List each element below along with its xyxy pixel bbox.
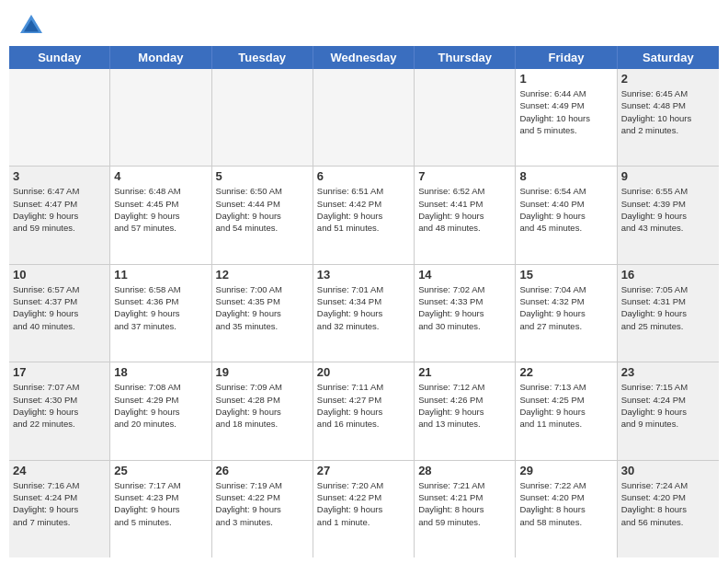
day-number: 21 bbox=[418, 365, 511, 379]
calendar-cell-2-4: 14Sunrise: 7:02 AM Sunset: 4:33 PM Dayli… bbox=[415, 265, 516, 362]
day-number: 18 bbox=[114, 365, 207, 379]
page: SundayMondayTuesdayWednesdayThursdayFrid… bbox=[0, 0, 728, 563]
day-number: 7 bbox=[418, 169, 511, 183]
calendar-cell-1-4: 7Sunrise: 6:52 AM Sunset: 4:41 PM Daylig… bbox=[415, 167, 516, 263]
calendar-row-3: 17Sunrise: 7:07 AM Sunset: 4:30 PM Dayli… bbox=[9, 362, 719, 460]
day-info: Sunrise: 6:58 AM Sunset: 4:36 PM Dayligh… bbox=[114, 283, 207, 332]
calendar-cell-3-6: 23Sunrise: 7:15 AM Sunset: 4:24 PM Dayli… bbox=[618, 362, 719, 459]
day-number: 29 bbox=[519, 464, 612, 477]
day-info: Sunrise: 6:54 AM Sunset: 4:40 PM Dayligh… bbox=[519, 185, 612, 234]
calendar-cell-3-3: 20Sunrise: 7:11 AM Sunset: 4:27 PM Dayli… bbox=[313, 362, 415, 459]
day-number: 13 bbox=[317, 268, 410, 282]
day-number: 9 bbox=[621, 169, 715, 183]
calendar-cell-0-1 bbox=[110, 69, 211, 166]
day-number: 15 bbox=[519, 268, 612, 282]
calendar-cell-4-5: 29Sunrise: 7:22 AM Sunset: 4:20 PM Dayli… bbox=[516, 461, 617, 557]
weekday-header-thursday: Thursday bbox=[415, 46, 516, 69]
day-info: Sunrise: 7:09 AM Sunset: 4:28 PM Dayligh… bbox=[216, 381, 309, 430]
day-number: 11 bbox=[114, 268, 207, 282]
calendar-cell-1-6: 9Sunrise: 6:55 AM Sunset: 4:39 PM Daylig… bbox=[618, 167, 719, 263]
calendar-row-0: 1Sunrise: 6:44 AM Sunset: 4:49 PM Daylig… bbox=[9, 69, 719, 167]
day-number: 8 bbox=[519, 169, 612, 183]
calendar-cell-3-2: 19Sunrise: 7:09 AM Sunset: 4:28 PM Dayli… bbox=[212, 362, 313, 459]
day-info: Sunrise: 7:08 AM Sunset: 4:29 PM Dayligh… bbox=[114, 381, 207, 430]
day-number: 30 bbox=[621, 464, 715, 477]
day-info: Sunrise: 7:19 AM Sunset: 4:22 PM Dayligh… bbox=[216, 479, 309, 528]
day-info: Sunrise: 6:57 AM Sunset: 4:37 PM Dayligh… bbox=[13, 283, 106, 332]
calendar-cell-0-6: 2Sunrise: 6:45 AM Sunset: 4:48 PM Daylig… bbox=[618, 69, 719, 166]
day-number: 3 bbox=[13, 169, 106, 183]
day-number: 14 bbox=[418, 268, 511, 282]
calendar-cell-1-1: 4Sunrise: 6:48 AM Sunset: 4:45 PM Daylig… bbox=[110, 167, 211, 263]
calendar-cell-2-6: 16Sunrise: 7:05 AM Sunset: 4:31 PM Dayli… bbox=[618, 265, 719, 362]
day-info: Sunrise: 7:12 AM Sunset: 4:26 PM Dayligh… bbox=[418, 381, 511, 430]
day-number: 28 bbox=[418, 464, 511, 477]
calendar-row-2: 10Sunrise: 6:57 AM Sunset: 4:37 PM Dayli… bbox=[9, 265, 719, 362]
calendar-cell-1-3: 6Sunrise: 6:51 AM Sunset: 4:42 PM Daylig… bbox=[313, 167, 415, 263]
calendar-cell-2-5: 15Sunrise: 7:04 AM Sunset: 4:32 PM Dayli… bbox=[516, 265, 617, 362]
day-number: 12 bbox=[216, 268, 309, 282]
day-info: Sunrise: 7:01 AM Sunset: 4:34 PM Dayligh… bbox=[317, 283, 410, 332]
calendar-cell-3-4: 21Sunrise: 7:12 AM Sunset: 4:26 PM Dayli… bbox=[415, 362, 516, 459]
day-number: 10 bbox=[13, 268, 106, 282]
day-info: Sunrise: 6:44 AM Sunset: 4:49 PM Dayligh… bbox=[519, 87, 612, 136]
weekday-header-monday: Monday bbox=[110, 46, 211, 69]
day-number: 5 bbox=[216, 169, 309, 183]
calendar-cell-2-3: 13Sunrise: 7:01 AM Sunset: 4:34 PM Dayli… bbox=[313, 265, 415, 362]
calendar-cell-4-6: 30Sunrise: 7:24 AM Sunset: 4:20 PM Dayli… bbox=[618, 461, 719, 557]
calendar: SundayMondayTuesdayWednesdayThursdayFrid… bbox=[0, 46, 728, 563]
header bbox=[0, 0, 728, 46]
weekday-header-sunday: Sunday bbox=[9, 46, 110, 69]
calendar-cell-1-5: 8Sunrise: 6:54 AM Sunset: 4:40 PM Daylig… bbox=[516, 167, 617, 263]
day-info: Sunrise: 7:11 AM Sunset: 4:27 PM Dayligh… bbox=[317, 381, 410, 430]
day-info: Sunrise: 7:22 AM Sunset: 4:20 PM Dayligh… bbox=[519, 479, 612, 528]
weekday-header-friday: Friday bbox=[516, 46, 617, 69]
day-info: Sunrise: 7:24 AM Sunset: 4:20 PM Dayligh… bbox=[621, 479, 715, 528]
day-number: 23 bbox=[621, 365, 715, 379]
day-info: Sunrise: 7:07 AM Sunset: 4:30 PM Dayligh… bbox=[13, 381, 106, 430]
day-number: 4 bbox=[114, 169, 207, 183]
day-info: Sunrise: 7:04 AM Sunset: 4:32 PM Dayligh… bbox=[519, 283, 612, 332]
weekday-header-tuesday: Tuesday bbox=[212, 46, 313, 69]
calendar-cell-3-1: 18Sunrise: 7:08 AM Sunset: 4:29 PM Dayli… bbox=[110, 362, 211, 459]
logo bbox=[17, 11, 46, 40]
day-number: 20 bbox=[317, 365, 410, 379]
calendar-cell-4-1: 25Sunrise: 7:17 AM Sunset: 4:23 PM Dayli… bbox=[110, 461, 211, 557]
calendar-cell-2-0: 10Sunrise: 6:57 AM Sunset: 4:37 PM Dayli… bbox=[9, 265, 110, 362]
calendar-row-4: 24Sunrise: 7:16 AM Sunset: 4:24 PM Dayli… bbox=[9, 461, 719, 557]
calendar-cell-1-2: 5Sunrise: 6:50 AM Sunset: 4:44 PM Daylig… bbox=[212, 167, 313, 263]
calendar-cell-0-2 bbox=[212, 69, 313, 166]
day-number: 6 bbox=[317, 169, 410, 183]
calendar-cell-2-1: 11Sunrise: 6:58 AM Sunset: 4:36 PM Dayli… bbox=[110, 265, 211, 362]
calendar-cell-0-4 bbox=[415, 69, 516, 166]
day-info: Sunrise: 6:48 AM Sunset: 4:45 PM Dayligh… bbox=[114, 185, 207, 234]
day-number: 17 bbox=[13, 365, 106, 379]
day-info: Sunrise: 6:47 AM Sunset: 4:47 PM Dayligh… bbox=[13, 185, 106, 234]
day-number: 25 bbox=[114, 464, 207, 477]
day-info: Sunrise: 7:20 AM Sunset: 4:22 PM Dayligh… bbox=[317, 479, 410, 528]
calendar-cell-0-0 bbox=[9, 69, 110, 166]
day-number: 16 bbox=[621, 268, 715, 282]
calendar-cell-2-2: 12Sunrise: 7:00 AM Sunset: 4:35 PM Dayli… bbox=[212, 265, 313, 362]
calendar-cell-1-0: 3Sunrise: 6:47 AM Sunset: 4:47 PM Daylig… bbox=[9, 167, 110, 263]
calendar-cell-4-3: 27Sunrise: 7:20 AM Sunset: 4:22 PM Dayli… bbox=[313, 461, 415, 557]
day-info: Sunrise: 7:05 AM Sunset: 4:31 PM Dayligh… bbox=[621, 283, 715, 332]
calendar-row-1: 3Sunrise: 6:47 AM Sunset: 4:47 PM Daylig… bbox=[9, 167, 719, 264]
day-number: 22 bbox=[519, 365, 612, 379]
weekday-header-saturday: Saturday bbox=[618, 46, 719, 69]
day-number: 2 bbox=[621, 72, 715, 86]
day-info: Sunrise: 7:17 AM Sunset: 4:23 PM Dayligh… bbox=[114, 479, 207, 528]
calendar-cell-4-0: 24Sunrise: 7:16 AM Sunset: 4:24 PM Dayli… bbox=[9, 461, 110, 557]
calendar-cell-4-2: 26Sunrise: 7:19 AM Sunset: 4:22 PM Dayli… bbox=[212, 461, 313, 557]
day-info: Sunrise: 7:16 AM Sunset: 4:24 PM Dayligh… bbox=[13, 479, 106, 528]
day-number: 26 bbox=[216, 464, 309, 477]
calendar-cell-0-5: 1Sunrise: 6:44 AM Sunset: 4:49 PM Daylig… bbox=[516, 69, 617, 166]
day-info: Sunrise: 6:45 AM Sunset: 4:48 PM Dayligh… bbox=[621, 87, 715, 136]
day-info: Sunrise: 7:21 AM Sunset: 4:21 PM Dayligh… bbox=[418, 479, 511, 528]
day-info: Sunrise: 7:02 AM Sunset: 4:33 PM Dayligh… bbox=[418, 283, 511, 332]
calendar-cell-4-4: 28Sunrise: 7:21 AM Sunset: 4:21 PM Dayli… bbox=[415, 461, 516, 557]
calendar-cell-3-0: 17Sunrise: 7:07 AM Sunset: 4:30 PM Dayli… bbox=[9, 362, 110, 459]
day-info: Sunrise: 6:50 AM Sunset: 4:44 PM Dayligh… bbox=[216, 185, 309, 234]
day-info: Sunrise: 6:55 AM Sunset: 4:39 PM Dayligh… bbox=[621, 185, 715, 234]
day-number: 27 bbox=[317, 464, 410, 477]
